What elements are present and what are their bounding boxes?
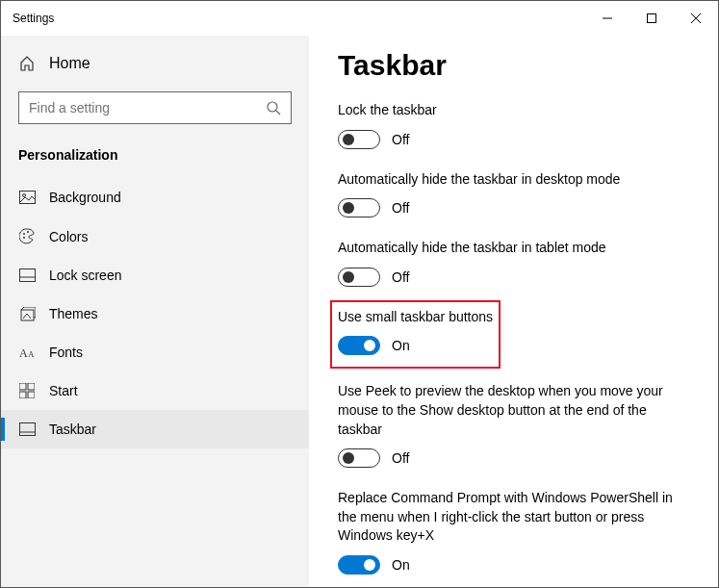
section-label: Personalization [1,134,309,178]
setting-label: Automatically hide the taskbar in tablet… [338,239,684,258]
home-label: Home [49,55,90,72]
home-icon [18,56,36,71]
setting-label: Lock the taskbar [338,101,684,120]
sidebar-item-label: Themes [49,306,98,321]
svg-rect-16 [19,383,26,390]
window-title: Settings [13,12,585,25]
toggle-lock-taskbar[interactable] [338,130,380,149]
setting-powershell: Replace Command Prompt with Windows Powe… [338,489,689,575]
toggle-small-buttons[interactable] [338,336,380,355]
sidebar-item-colors[interactable]: Colors [1,217,309,256]
svg-point-4 [268,102,277,112]
titlebar: Settings [1,1,718,36]
setting-autohide-desktop: Automatically hide the taskbar in deskto… [338,170,689,218]
svg-rect-12 [19,277,35,282]
setting-label: Use Peek to preview the desktop when you… [338,382,684,439]
setting-peek: Use Peek to preview the desktop when you… [338,382,689,468]
palette-icon [18,228,36,244]
svg-point-9 [23,237,25,239]
home-nav[interactable]: Home [1,45,309,82]
setting-autohide-tablet: Automatically hide the taskbar in tablet… [338,239,689,287]
toggle-peek[interactable] [338,448,380,468]
svg-text:A: A [28,349,35,359]
toggle-state: Off [392,269,409,285]
sidebar-item-background[interactable]: Background [1,178,309,217]
sidebar-item-label: Lock screen [49,268,121,283]
sidebar-item-fonts[interactable]: AA Fonts [1,333,309,371]
fonts-icon: AA [18,345,36,359]
page-title: Taskbar [338,49,689,82]
window-controls [585,1,718,36]
toggle-state: Off [392,200,409,216]
minimize-button[interactable] [585,1,629,36]
sidebar-item-label: Background [49,190,121,205]
svg-rect-18 [19,392,26,398]
toggle-state: Off [392,132,409,147]
close-button[interactable] [674,1,718,36]
search-icon [266,100,281,115]
toggle-state: On [392,557,410,573]
svg-point-7 [22,194,25,197]
nav-list: Background Colors Lock screen [1,178,309,448]
svg-text:A: A [19,346,28,359]
setting-small-buttons: Use small taskbar buttons On [338,308,493,356]
sidebar-item-label: Fonts [49,345,83,360]
sidebar-item-themes[interactable]: Themes [1,294,309,333]
setting-label: Automatically hide the taskbar in deskto… [338,170,684,190]
body: Home Personalization Background [1,36,718,587]
toggle-state: On [392,338,410,353]
content-area: Taskbar Lock the taskbar Off Automatical… [309,36,718,587]
start-icon [18,383,36,398]
setting-label: Use small taskbar buttons [338,308,493,327]
svg-point-8 [23,233,25,235]
svg-rect-11 [19,269,35,282]
highlight-box: Use small taskbar buttons On [330,300,501,370]
search-box[interactable] [18,91,292,124]
sidebar-item-label: Start [49,383,78,398]
svg-rect-17 [28,383,35,390]
setting-label: Replace Command Prompt with Windows Powe… [338,489,684,546]
maximize-button[interactable] [629,1,674,36]
lockscreen-icon [18,268,36,282]
sidebar-item-label: Colors [49,229,88,244]
toggle-powershell[interactable] [338,555,380,575]
sidebar-item-lockscreen[interactable]: Lock screen [1,256,309,294]
sidebar-item-taskbar[interactable]: Taskbar [1,410,309,448]
taskbar-icon [18,422,36,436]
toggle-autohide-tablet[interactable] [338,268,380,287]
toggle-state: Off [392,450,409,466]
toggle-autohide-desktop[interactable] [338,198,380,217]
svg-point-10 [27,231,29,233]
setting-lock-taskbar: Lock the taskbar Off [338,101,689,149]
sidebar: Home Personalization Background [1,36,309,587]
sidebar-item-start[interactable]: Start [1,371,309,410]
search-input[interactable] [29,100,266,115]
svg-line-5 [276,111,280,115]
sidebar-item-label: Taskbar [49,422,96,437]
svg-rect-19 [28,392,35,398]
picture-icon [18,191,36,204]
svg-rect-1 [648,14,656,23]
themes-icon [18,307,36,321]
svg-rect-20 [19,423,35,436]
svg-rect-13 [21,310,34,320]
settings-window: Settings Home [0,0,719,588]
